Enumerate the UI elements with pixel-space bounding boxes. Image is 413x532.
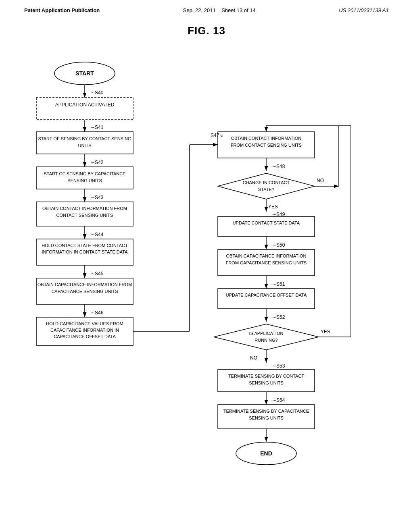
s46-text-line1: HOLD CAPACITANCE VALUES FROM (46, 321, 123, 326)
s52-text-line1: IS APPLICATION (249, 331, 284, 336)
s53-text-line1: TERMINATE SENSING BY CONTACT (228, 374, 305, 378)
s47-text-line1: OBTAIN CONTACT INFORMATION (231, 136, 302, 141)
svg-marker-21 (218, 173, 315, 199)
s41-text-line1: START OF SENSING BY CONTACT SENSING (38, 136, 131, 141)
s43-step-label: ∼S43 (91, 195, 104, 200)
s53-text-line2: SENSING UNITS (249, 380, 284, 385)
s54-text-line2: SENSING UNITS (249, 416, 284, 420)
svg-rect-3 (36, 98, 133, 120)
s47-step-label: S47↘ (211, 133, 223, 138)
s45-text-line2: CAPACITANCE SENSING UNITS (51, 289, 118, 294)
flowchart-area: START ∼S40 APPLICATION ACTIVATED ∼S41 ST… (0, 49, 413, 521)
s48-text-line1: CHANGE IN CONTACT (243, 180, 290, 185)
s44-text-line2: INFORMATION IN CONTACT STATE DATA (42, 249, 128, 254)
s44-step-label: ∼S44 (91, 232, 104, 237)
figure-title: FIG. 13 (0, 25, 413, 37)
s54-text-line1: TERMINATE SENSING BY CAPACITANCE (223, 409, 309, 414)
s50-step-label: ∼S50 (272, 242, 285, 248)
s48-no-label: NO (317, 178, 324, 183)
svg-marker-33 (214, 324, 319, 350)
s53-step-label: ∼S53 (272, 363, 285, 369)
page-header: Patent Application Publication Sep. 22, … (0, 0, 413, 17)
s50-text-line1: OBTAIN CAPACITANCE INFORMATION (226, 254, 306, 258)
s41-step-label: ∼S41 (91, 125, 104, 130)
s45-text-line1: OBTAIN CAPACITANCE INFORMATION FROM (38, 282, 132, 287)
end-label: END (260, 450, 272, 457)
header-patent-number: US 2011/0231139 A1 (339, 7, 389, 13)
s46-text-line2: CAPACITANCE INFORMATION IN (50, 328, 119, 332)
s54-step-label: ∼S54 (272, 397, 285, 403)
s40-text-line1: APPLICATION ACTIVATED (55, 102, 115, 108)
s48-yes-label: YES (268, 204, 278, 210)
header-sheet: Sheet 13 of 14 (221, 7, 256, 13)
s43-text-line2: CONTACT SENSING UNITS (56, 213, 113, 218)
s51-text-line1: UPDATE CAPACITANCE OFFSET DATA (226, 293, 307, 297)
s42-text-line1: START OF SENSING BY CAPACITANCE (44, 171, 126, 176)
s44-text-line1: HOLD CONTACT STATE FROM CONTACT (42, 243, 128, 248)
flowchart-svg: START ∼S40 APPLICATION ACTIVATED ∼S41 ST… (0, 49, 413, 521)
s41-text-line2: UNITS (78, 143, 92, 148)
s46-step-label: ∼S46 (91, 310, 104, 316)
start-label: START (75, 70, 94, 77)
s51-step-label: ∼S51 (272, 281, 285, 287)
svg-rect-31 (218, 289, 315, 309)
header-date-sheet: Sep. 22, 2011 Sheet 13 of 14 (183, 7, 256, 13)
s47-text-line2: FROM CONTACT SENSING UNITS (231, 143, 302, 148)
s48-text-line2: STATE? (258, 187, 274, 192)
s46-text-line3: CAPACITANCE OFFSET DATA (54, 334, 116, 339)
s42-step-label: ∼S42 (91, 160, 104, 165)
header-date: Sep. 22, 2011 (183, 7, 216, 13)
s50-text-line2: FROM CAPACITANCE SENSING UNITS (226, 260, 307, 265)
s48-step-label: ∼S48 (272, 164, 285, 169)
header-publication: Patent Application Publication (24, 7, 100, 13)
s43-text-line1: OBTAIN CONTACT INFORMATION FROM (42, 206, 127, 211)
s49-text-line1: UPDATE CONTACT STATE DATA (233, 220, 300, 225)
s40-step-label: ∼S40 (91, 90, 104, 96)
s52-yes-label: YES (321, 329, 330, 335)
s52-step-label: ∼S52 (272, 314, 285, 320)
s42-text-line2: SENSING UNITS (67, 178, 102, 183)
s45-step-label: ∼S45 (91, 271, 104, 276)
s52-no-label: NO (250, 355, 257, 361)
s52-text-line2: RUNNING? (254, 338, 277, 343)
svg-rect-27 (218, 216, 315, 237)
